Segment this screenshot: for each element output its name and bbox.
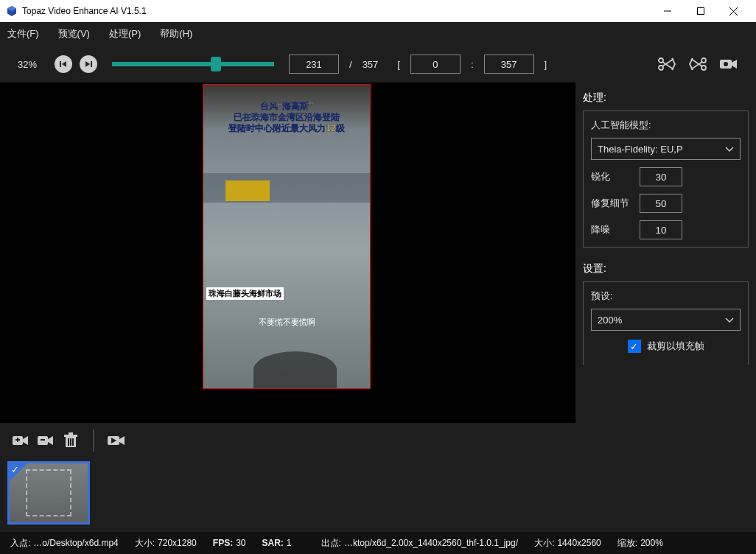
range-colon: : <box>471 59 474 70</box>
preview-frame[interactable]: 台风“海高斯” 已在珠海市金湾区沿海登陆 登陆时中心附近最大风力12级 珠海白藤… <box>203 84 371 389</box>
settings-box: 预设: 200% ✓ 裁剪以填充帧 <box>583 281 749 365</box>
bracket-open: [ <box>397 59 400 70</box>
menu-file[interactable]: 文件(F) <box>7 27 39 41</box>
sharpen-input[interactable] <box>640 167 682 186</box>
frame-sep: / <box>349 59 352 70</box>
total-frames: 357 <box>363 59 379 70</box>
svg-rect-24 <box>68 438 69 446</box>
next-frame-button[interactable] <box>80 55 97 73</box>
preview-pane: 台风“海高斯” 已在珠海市金湾区沿海登陆 登陆时中心附近最大风力12级 珠海白藤… <box>0 83 573 423</box>
range-start-input[interactable] <box>410 55 461 74</box>
svg-rect-1 <box>697 8 704 15</box>
preset-label: 预设: <box>591 290 741 303</box>
remove-clip-button[interactable] <box>35 430 56 451</box>
svg-rect-25 <box>70 438 71 446</box>
denoise-input[interactable] <box>640 220 682 239</box>
video-caption: 台风“海高斯” 已在珠海市金湾区沿海登陆 登陆时中心附近最大风力12级 <box>203 101 370 134</box>
check-icon: ✓ <box>11 464 19 475</box>
chevron-down-icon <box>725 144 734 155</box>
model-label: 人工智能模型: <box>591 119 741 132</box>
range-end-input[interactable] <box>484 55 534 74</box>
side-panel: 处理: 人工智能模型: Theia-Fidelity: EU,P 锐化 修复细节 <box>573 83 756 423</box>
fps-value: 30 <box>236 538 245 548</box>
cut-in-icon[interactable] <box>657 57 676 71</box>
window-title: Topaz Video Enhance AI V1.5.1 <box>22 6 651 16</box>
out-label: 出点: <box>321 537 341 550</box>
denoise-label: 降噪 <box>591 223 634 236</box>
sharpen-label: 锐化 <box>591 170 634 183</box>
slider-thumb[interactable] <box>211 57 221 71</box>
prev-frame-button[interactable] <box>55 55 72 73</box>
in-label: 入点: <box>10 537 30 550</box>
scale-value: 200% <box>640 538 663 548</box>
video-subtitle: 不要慌不要慌啊 <box>203 317 370 328</box>
svg-rect-22 <box>64 435 77 437</box>
in-path: …o/Desktop/x6d.mp4 <box>33 538 118 548</box>
preset-dropdown[interactable]: 200% <box>591 309 741 331</box>
clip-toolbar <box>0 423 756 458</box>
in-size: 720x1280 <box>158 538 197 548</box>
svg-rect-18 <box>17 438 18 442</box>
timeline-slider[interactable] <box>112 62 274 66</box>
divider <box>93 429 94 452</box>
crop-checkbox[interactable]: ✓ <box>628 340 641 353</box>
delete-button[interactable] <box>60 430 81 451</box>
out-size-label: 大小: <box>534 537 554 550</box>
cut-out-icon[interactable] <box>688 57 707 71</box>
process-button[interactable] <box>106 430 127 451</box>
add-clip-button[interactable] <box>10 430 31 451</box>
titlebar: Topaz Video Enhance AI V1.5.1 <box>0 0 756 22</box>
svg-rect-4 <box>60 61 61 67</box>
menu-help[interactable]: 帮助(H) <box>160 27 192 41</box>
current-frame-input[interactable] <box>289 55 339 74</box>
crop-label: 裁剪以填充帧 <box>647 340 704 353</box>
model-dropdown[interactable]: Theia-Fidelity: EU,P <box>591 138 741 160</box>
video-location-label: 珠海白藤头海鲜市场 <box>206 287 284 300</box>
svg-rect-20 <box>41 439 45 441</box>
in-size-label: 大小: <box>135 537 155 550</box>
detail-input[interactable] <box>640 194 682 213</box>
zoom-label: 32% <box>18 59 47 70</box>
minimize-button[interactable] <box>651 0 684 22</box>
processing-box: 人工智能模型: Theia-Fidelity: EU,P 锐化 修复细节 <box>583 111 749 248</box>
svg-rect-5 <box>91 61 92 67</box>
sar-label: SAR: <box>262 538 284 548</box>
app-icon <box>6 5 18 17</box>
chevron-down-icon <box>725 315 734 326</box>
clip-thumbnail[interactable]: ✓ <box>7 461 90 525</box>
detail-label: 修复细节 <box>591 197 634 210</box>
fps-label: FPS: <box>213 538 233 548</box>
out-size: 1440x2560 <box>557 538 601 548</box>
settings-title: 设置: <box>583 262 749 276</box>
model-value: Theia-Fidelity: EU,P <box>598 144 683 155</box>
sar-value: 1 <box>287 538 292 548</box>
menu-preview[interactable]: 预览(V) <box>58 27 90 41</box>
svg-rect-26 <box>72 438 74 446</box>
thumbnail-strip: ✓ <box>0 458 756 532</box>
svg-point-15 <box>724 62 728 66</box>
bracket-close: ] <box>545 59 547 70</box>
statusbar: 入点: …o/Desktop/x6d.mp4 大小: 720x1280 FPS:… <box>0 532 756 554</box>
processing-title: 处理: <box>583 91 749 105</box>
out-path: …ktop/x6d_2.00x_1440x2560_thf-1.0.1_jpg/ <box>344 538 518 548</box>
maximize-button[interactable] <box>684 0 717 22</box>
scale-label: 缩放: <box>617 537 637 550</box>
menubar: 文件(F) 预览(V) 处理(P) 帮助(H) <box>0 22 756 46</box>
close-button[interactable] <box>717 0 750 22</box>
playback-bar: 32% / 357 [ : ] <box>0 46 756 83</box>
svg-rect-23 <box>69 432 73 435</box>
record-icon[interactable] <box>719 57 738 71</box>
preset-value: 200% <box>598 315 622 326</box>
menu-process[interactable]: 处理(P) <box>109 27 141 41</box>
